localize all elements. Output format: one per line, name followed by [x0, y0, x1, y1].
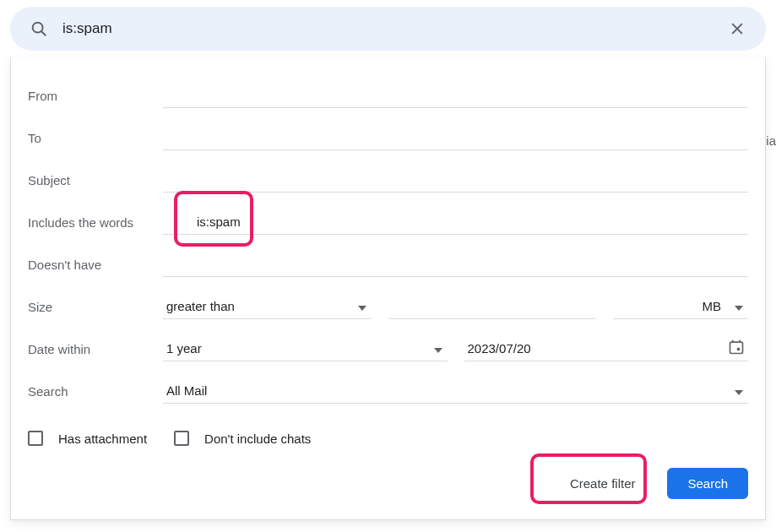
search-in-label: Search — [28, 384, 163, 399]
search-in-row: Search All Mail — [28, 370, 748, 412]
size-comparison-value: greater than — [166, 299, 235, 313]
date-range-value: 1 year — [166, 341, 202, 356]
search-bar — [10, 7, 766, 51]
from-row: From — [28, 74, 748, 117]
date-range-select[interactable]: 1 year — [163, 336, 448, 361]
create-filter-button[interactable]: Create filter — [553, 468, 653, 499]
clear-search-icon[interactable] — [719, 10, 756, 47]
exclude-chats-checkbox[interactable]: Don't include chats — [174, 431, 311, 446]
includes-words-row: Includes the words — [28, 201, 748, 243]
to-label: To — [28, 131, 163, 145]
chevron-down-icon — [358, 299, 366, 313]
subject-label: Subject — [28, 173, 163, 187]
chevron-down-icon — [434, 341, 442, 356]
size-amount-input[interactable] — [388, 294, 597, 319]
subject-input[interactable] — [163, 167, 748, 193]
svg-point-0 — [33, 23, 43, 33]
from-label: From — [28, 89, 163, 103]
size-label: Size — [28, 300, 163, 314]
from-input[interactable] — [163, 83, 748, 108]
date-within-row: Date within 1 year — [28, 328, 748, 370]
doesnt-have-input[interactable] — [163, 252, 748, 277]
svg-rect-4 — [730, 342, 743, 353]
size-unit-select[interactable]: MB — [613, 294, 748, 319]
chevron-down-icon — [735, 383, 743, 398]
has-attachment-checkbox[interactable]: Has attachment — [28, 431, 147, 446]
includes-words-label: Includes the words — [28, 215, 163, 230]
action-row: Create filter Search — [28, 468, 748, 499]
to-input[interactable] — [163, 125, 748, 150]
search-icon[interactable] — [20, 10, 57, 47]
date-field[interactable] — [464, 336, 749, 361]
search-input[interactable] — [57, 20, 719, 37]
background-peek-text: ia — [766, 133, 776, 148]
calendar-icon[interactable] — [728, 339, 745, 359]
doesnt-have-row: Doesn't have — [28, 243, 748, 285]
date-within-label: Date within — [28, 342, 163, 356]
filter-options-panel: From To Subject Includes the words Doesn… — [10, 57, 766, 520]
checkbox-box-icon — [28, 431, 43, 446]
date-input[interactable] — [468, 341, 746, 356]
size-comparison-select[interactable]: greater than — [163, 294, 372, 319]
size-unit-value: MB — [616, 299, 745, 313]
svg-line-1 — [41, 31, 46, 35]
to-row: To — [28, 117, 748, 159]
search-button[interactable]: Search — [667, 468, 748, 499]
search-in-select[interactable]: All Mail — [163, 378, 748, 404]
checkbox-box-icon — [174, 431, 189, 446]
svg-rect-5 — [737, 347, 740, 350]
size-row: Size greater than MB — [28, 285, 748, 328]
includes-words-input[interactable] — [163, 209, 748, 235]
search-in-value: All Mail — [166, 383, 207, 398]
checkbox-row: Has attachment Don't include chats — [28, 431, 748, 446]
subject-row: Subject — [28, 159, 748, 201]
exclude-chats-label: Don't include chats — [204, 432, 311, 446]
has-attachment-label: Has attachment — [58, 432, 147, 446]
doesnt-have-label: Doesn't have — [28, 258, 163, 272]
